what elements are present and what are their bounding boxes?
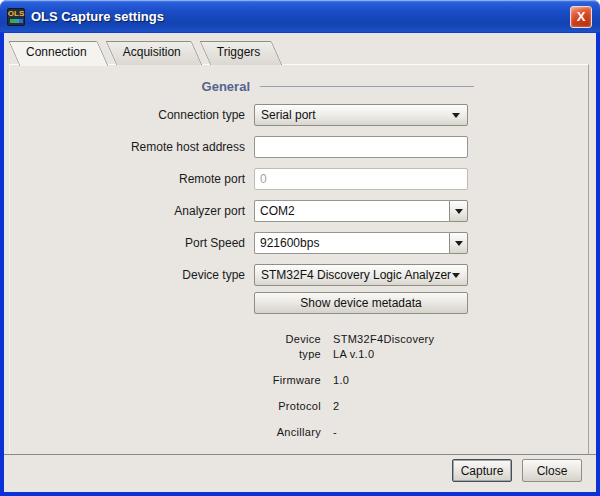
dialog-footer: Capture Close: [4, 454, 596, 492]
remote-host-row: Remote host address: [10, 136, 588, 158]
connection-type-label: Connection type: [10, 108, 254, 122]
port-speed-dropdown-button[interactable]: [449, 232, 468, 254]
connection-type-row: Connection type Serial port: [10, 104, 588, 126]
analyzer-port-label: Analyzer port: [10, 204, 254, 218]
show-device-metadata-button[interactable]: Show device metadata: [254, 292, 468, 314]
metadata-protocol-label: Protocol: [269, 399, 321, 414]
titlebar[interactable]: OLS OLS Capture settings X: [0, 0, 600, 33]
remote-port-input: [254, 168, 468, 190]
general-section-header: General: [10, 78, 588, 94]
remote-host-label: Remote host address: [10, 140, 254, 154]
metadata-protocol-row: Protocol 2: [10, 399, 588, 414]
metadata-firmware-row: Firmware 1.0: [10, 373, 588, 388]
metadata-device-type-label: Device type: [269, 332, 321, 362]
chevron-down-icon: [455, 209, 463, 214]
device-type-row: Device type STM32F4 Discovery Logic Anal…: [10, 264, 588, 286]
connection-type-value: Serial port: [261, 108, 452, 122]
close-icon: X: [577, 10, 586, 23]
tab-connection[interactable]: Connection: [12, 41, 109, 64]
dialog-window: OLS OLS Capture settings X Connection Ac…: [0, 0, 600, 496]
chevron-down-icon: [452, 273, 460, 278]
analyzer-port-input[interactable]: [254, 200, 449, 222]
tab-acquisition[interactable]: Acquisition: [109, 41, 203, 64]
metadata-firmware-value: 1.0: [333, 373, 451, 388]
metadata-firmware-label: Firmware: [269, 373, 321, 388]
remote-host-input[interactable]: [254, 136, 468, 158]
show-metadata-row: Show device metadata: [10, 292, 588, 314]
device-metadata-readout: Device type STM32F4Discovery LA v.1.0 Fi…: [10, 332, 588, 440]
close-window-button[interactable]: X: [570, 6, 592, 28]
port-speed-input[interactable]: [254, 232, 449, 254]
analyzer-port-row: Analyzer port: [10, 200, 588, 222]
metadata-device-type-value: STM32F4Discovery LA v.1.0: [333, 332, 451, 362]
device-type-value: STM32F4 Discovery Logic Analyzer: [261, 268, 452, 282]
metadata-ancillary-value: -: [333, 425, 451, 440]
dialog-body: Connection Acquisition Triggers General …: [4, 33, 596, 492]
chevron-down-icon: [452, 113, 460, 118]
connection-type-dropdown[interactable]: Serial port: [254, 104, 468, 126]
analyzer-port-dropdown-button[interactable]: [449, 200, 468, 222]
app-icon: OLS: [7, 8, 25, 26]
close-button[interactable]: Close: [522, 459, 582, 482]
chevron-down-icon: [455, 241, 463, 246]
remote-port-row: Remote port: [10, 168, 588, 190]
device-type-dropdown[interactable]: STM32F4 Discovery Logic Analyzer: [254, 264, 468, 286]
tab-triggers-label: Triggers: [217, 41, 261, 64]
remote-port-label: Remote port: [10, 172, 254, 186]
metadata-ancillary-label: Ancillary: [269, 425, 321, 440]
app-icon-label: OLS: [8, 10, 24, 18]
metadata-device-type-row: Device type STM32F4Discovery LA v.1.0: [10, 332, 588, 362]
metadata-protocol-value: 2: [333, 399, 451, 414]
metadata-ancillary-row: Ancillary -: [10, 425, 588, 440]
tab-triggers[interactable]: Triggers: [203, 41, 283, 64]
tab-acquisition-label: Acquisition: [123, 41, 181, 64]
tab-strip: Connection Acquisition Triggers: [12, 41, 596, 64]
app-icon-colorbar: [10, 19, 23, 23]
general-heading-rule: [260, 86, 474, 87]
connection-tab-panel: General Connection type Serial port Remo…: [9, 64, 589, 454]
port-speed-row: Port Speed: [10, 232, 588, 254]
device-type-label: Device type: [10, 268, 254, 282]
general-heading: General: [10, 79, 250, 94]
window-title: OLS Capture settings: [31, 9, 570, 24]
tab-connection-label: Connection: [26, 41, 87, 64]
port-speed-label: Port Speed: [10, 236, 254, 250]
capture-button[interactable]: Capture: [452, 459, 512, 482]
